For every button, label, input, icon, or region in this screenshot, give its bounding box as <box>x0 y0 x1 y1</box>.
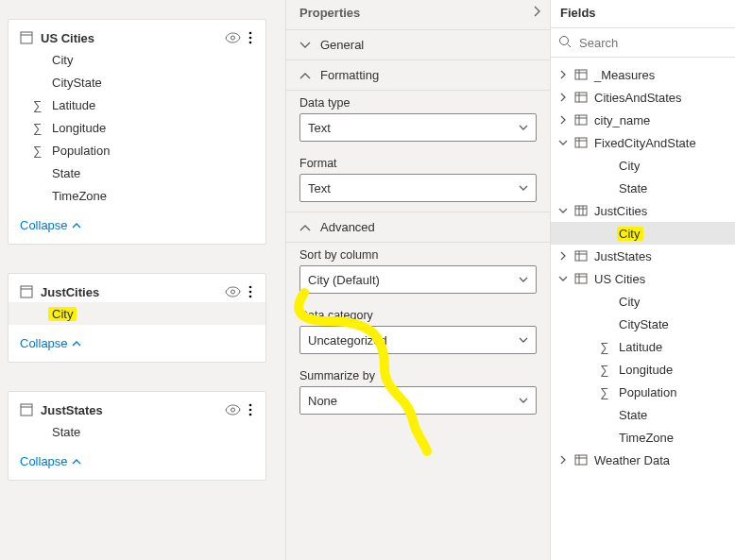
chevron-right-icon[interactable] <box>556 70 570 79</box>
tree-field-row[interactable]: City <box>551 222 735 245</box>
more-icon[interactable] <box>247 283 254 300</box>
collapse-link[interactable]: Collapse <box>20 325 254 350</box>
field-row[interactable]: CityState <box>20 71 254 93</box>
section-advanced[interactable]: Advanced <box>286 212 550 243</box>
svg-rect-32 <box>575 206 587 215</box>
chevron-down-icon <box>519 337 528 343</box>
svg-rect-20 <box>575 70 587 79</box>
tree-label: Weather Data <box>592 453 670 467</box>
section-general[interactable]: General <box>286 29 550 60</box>
chevron-right-icon[interactable] <box>556 455 570 465</box>
field-row[interactable]: State <box>20 420 254 443</box>
tree-table-row[interactable]: JustCities <box>551 199 735 222</box>
svg-point-10 <box>249 291 252 294</box>
table-icon <box>573 453 589 467</box>
table-icon <box>573 91 589 104</box>
field-row[interactable]: TimeZone <box>20 184 254 207</box>
sigma-icon: ∑ <box>596 363 613 377</box>
field-row[interactable]: ∑Latitude <box>20 93 254 116</box>
table-card-just-states[interactable]: JustStates State Collapse <box>8 391 266 481</box>
svg-point-17 <box>249 414 252 416</box>
table-card-just-cities[interactable]: JustCities City Collapse <box>8 273 266 363</box>
tree-field-row[interactable]: ∑Latitude <box>551 335 735 358</box>
model-diagram-pane: US Cities City CityState ∑Latitude ∑Long… <box>0 0 285 560</box>
chevron-down-icon[interactable] <box>556 275 570 282</box>
visibility-icon[interactable] <box>225 404 241 416</box>
tree-label: _Measures <box>592 68 655 82</box>
tree-label: JustStates <box>592 249 652 263</box>
chevron-up-icon <box>299 72 311 79</box>
search-icon <box>558 35 572 51</box>
collapse-link[interactable]: Collapse <box>20 443 254 468</box>
search-box[interactable] <box>551 27 735 58</box>
tree-field-row[interactable]: ∑Population <box>551 381 735 403</box>
svg-point-11 <box>249 296 252 298</box>
svg-rect-26 <box>575 115 587 125</box>
field-row[interactable]: ∑Longitude <box>20 116 254 139</box>
visibility-icon[interactable] <box>225 32 241 43</box>
svg-point-18 <box>560 36 569 44</box>
data-category-select[interactable]: Uncategorized <box>299 326 537 354</box>
tree-label: City <box>617 295 640 309</box>
tree-field-row[interactable]: City <box>551 290 735 313</box>
tree-table-row[interactable]: city_name <box>551 109 735 131</box>
tree-table-row[interactable]: JustStates <box>551 245 735 267</box>
field-row[interactable]: State <box>20 161 254 184</box>
tree-table-row[interactable]: US Cities <box>551 267 735 290</box>
more-icon[interactable] <box>247 401 254 418</box>
svg-rect-23 <box>575 93 587 102</box>
chevron-right-icon[interactable] <box>533 6 540 20</box>
sigma-icon: ∑ <box>33 144 48 158</box>
chevron-right-icon[interactable] <box>556 93 570 102</box>
svg-point-3 <box>249 32 252 35</box>
tree-table-row[interactable]: Weather Data <box>551 449 735 471</box>
tree-field-row[interactable]: State <box>551 403 735 426</box>
svg-rect-12 <box>21 404 32 416</box>
tree-label: city_name <box>592 113 650 127</box>
svg-point-2 <box>231 36 235 40</box>
sort-by-select[interactable]: City (Default) <box>299 265 537 294</box>
field-row[interactable]: ∑Population <box>20 139 254 161</box>
visibility-icon[interactable] <box>225 286 241 297</box>
chevron-down-icon[interactable] <box>556 207 570 214</box>
sigma-icon: ∑ <box>33 98 48 112</box>
chevron-right-icon[interactable] <box>556 251 570 261</box>
fields-header: Fields <box>551 0 735 27</box>
data-type-select[interactable]: Text <box>299 113 537 142</box>
chevron-down-icon <box>519 185 528 191</box>
sigma-icon: ∑ <box>33 121 48 135</box>
search-input[interactable] <box>577 35 727 51</box>
tree-table-row[interactable]: CitiesAndStates <box>551 86 735 109</box>
chevron-right-icon[interactable] <box>556 115 570 125</box>
section-formatting[interactable]: Formatting <box>286 60 550 91</box>
table-icon <box>20 403 33 416</box>
sort-by-label: Sort by column <box>299 248 537 262</box>
tree-field-row[interactable]: ∑Longitude <box>551 358 735 381</box>
sigma-icon: ∑ <box>596 340 613 354</box>
svg-point-5 <box>249 42 252 44</box>
chevron-down-icon <box>299 42 311 49</box>
tree-label: JustCities <box>592 204 647 218</box>
format-select[interactable]: Text <box>299 174 537 202</box>
tree-field-row[interactable]: State <box>551 177 735 199</box>
data-type-label: Data type <box>299 96 537 110</box>
table-title: US Cities <box>41 31 225 45</box>
tree-table-row[interactable]: _Measures <box>551 63 735 86</box>
data-category-label: Data category <box>299 309 537 322</box>
svg-point-4 <box>249 37 252 40</box>
tree-field-row[interactable]: TimeZone <box>551 426 735 449</box>
summarize-select[interactable]: None <box>299 386 537 415</box>
field-row[interactable]: City <box>20 48 254 71</box>
more-icon[interactable] <box>247 29 254 46</box>
tree-field-row[interactable]: City <box>551 154 735 177</box>
tree-label: CitiesAndStates <box>592 91 682 105</box>
field-row[interactable]: City <box>9 302 265 325</box>
tree-table-row[interactable]: FixedCityAndState <box>551 131 735 154</box>
table-icon <box>573 249 589 263</box>
collapse-link[interactable]: Collapse <box>20 207 254 232</box>
svg-point-8 <box>231 290 235 294</box>
table-card-us-cities[interactable]: US Cities City CityState ∑Latitude ∑Long… <box>8 19 266 245</box>
chevron-down-icon[interactable] <box>556 139 570 146</box>
chevron-down-icon <box>519 398 528 403</box>
tree-field-row[interactable]: CityState <box>551 313 735 335</box>
